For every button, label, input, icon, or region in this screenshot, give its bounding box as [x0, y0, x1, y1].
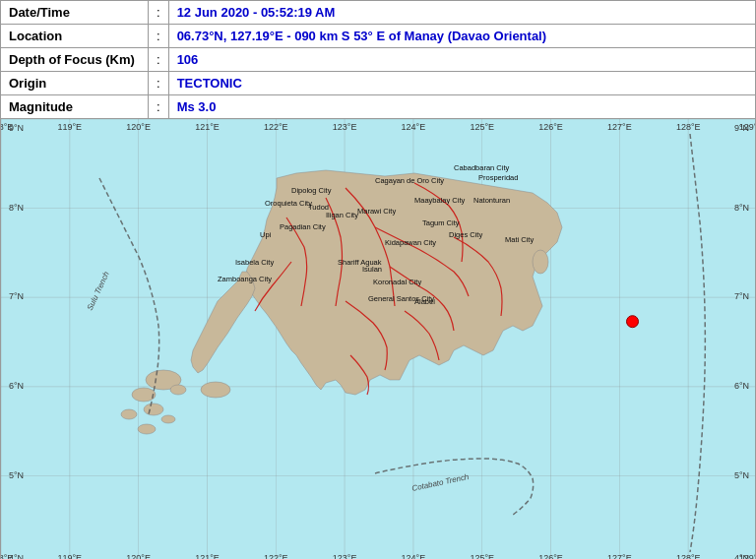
svg-text:124°E: 124°E: [402, 122, 426, 132]
svg-text:Cagayan de Oro City: Cagayan de Oro City: [375, 176, 444, 185]
svg-text:126°E: 126°E: [538, 122, 563, 132]
svg-text:122°E: 122°E: [264, 122, 288, 132]
datetime-value: 12 Jun 2020 - 05:52:19 AM: [168, 1, 755, 25]
svg-text:Isulan: Isulan: [362, 265, 382, 274]
origin-value: TECTONIC: [168, 72, 755, 95]
svg-text:128°E: 128°E: [676, 122, 701, 132]
svg-text:Koronadal City: Koronadal City: [373, 278, 421, 286]
svg-text:6°N: 6°N: [9, 381, 24, 391]
datetime-colon: :: [149, 1, 169, 25]
svg-text:123°E: 123°E: [333, 553, 357, 559]
depth-row: Depth of Focus (Km) : 106: [1, 48, 756, 72]
svg-text:120°E: 120°E: [126, 553, 151, 559]
svg-text:124°E: 124°E: [402, 553, 426, 559]
svg-point-62: [161, 415, 175, 423]
svg-text:8°N: 8°N: [9, 203, 24, 213]
map-container: 118°E 119°E 120°E 121°E 122°E 123°E 124°…: [0, 119, 756, 559]
svg-text:Pagadian City: Pagadian City: [280, 222, 326, 231]
magnitude-row: Magnitude : Ms 3.0: [1, 95, 756, 119]
svg-text:Diges City: Diges City: [449, 230, 482, 239]
svg-text:Natonturan: Natonturan: [473, 196, 510, 205]
epicenter-dot: [627, 316, 639, 328]
svg-text:Tagum City: Tagum City: [422, 218, 460, 227]
svg-point-60: [144, 404, 163, 415]
svg-text:Dipolog City: Dipolog City: [291, 186, 332, 195]
svg-text:Cabadbaran City: Cabadbaran City: [454, 163, 510, 172]
svg-text:6°N: 6°N: [734, 381, 749, 391]
svg-point-61: [121, 409, 137, 419]
depth-colon: :: [149, 48, 169, 72]
svg-text:Maaybalay City: Maaybalay City: [414, 196, 466, 205]
datetime-row: Date/Time : 12 Jun 2020 - 05:52:19 AM: [1, 1, 756, 25]
svg-point-58: [132, 388, 156, 402]
svg-text:Zamboanga City: Zamboanga City: [218, 275, 272, 283]
origin-colon: :: [149, 72, 169, 95]
magnitude-label: Magnitude: [1, 95, 149, 119]
svg-text:Prosperidad: Prosperidad: [478, 173, 518, 182]
svg-text:120°E: 120°E: [126, 122, 151, 132]
origin-row: Origin : TECTONIC: [1, 72, 756, 95]
svg-text:126°E: 126°E: [538, 553, 563, 559]
datetime-label: Date/Time: [1, 1, 149, 25]
svg-text:127°E: 127°E: [607, 122, 632, 132]
svg-text:8°N: 8°N: [734, 203, 749, 213]
svg-text:119°E: 119°E: [57, 553, 82, 559]
svg-text:Kidapawan City: Kidapawan City: [385, 238, 436, 247]
location-colon: :: [149, 25, 169, 48]
svg-text:123°E: 123°E: [333, 122, 357, 132]
magnitude-colon: :: [149, 95, 169, 119]
svg-text:121°E: 121°E: [195, 122, 220, 132]
svg-text:Iligan City: Iligan City: [326, 211, 358, 219]
svg-point-65: [533, 250, 548, 274]
svg-text:125°E: 125°E: [470, 122, 494, 132]
svg-text:5°N: 5°N: [9, 470, 24, 480]
map-svg: 118°E 119°E 120°E 121°E 122°E 123°E 124°…: [1, 119, 756, 559]
svg-point-59: [170, 385, 186, 395]
magnitude-value: Ms 3.0: [168, 95, 755, 119]
svg-text:127°E: 127°E: [607, 553, 632, 559]
svg-text:119°E: 119°E: [57, 122, 82, 132]
svg-text:121°E: 121°E: [195, 553, 220, 559]
svg-text:Mati City: Mati City: [505, 235, 534, 244]
svg-text:Marawi City: Marawi City: [357, 207, 396, 216]
location-label: Location: [1, 25, 149, 48]
depth-label: Depth of Focus (Km): [1, 48, 149, 72]
svg-text:Alabel: Alabel: [414, 297, 435, 306]
info-table: Date/Time : 12 Jun 2020 - 05:52:19 AM Lo…: [0, 0, 756, 119]
svg-text:128°E: 128°E: [676, 553, 701, 559]
svg-text:125°E: 125°E: [470, 553, 494, 559]
svg-text:Upi: Upi: [260, 230, 272, 239]
location-value: 06.73°N, 127.19°E - 090 km S 53° E of Ma…: [168, 25, 755, 48]
svg-text:122°E: 122°E: [264, 553, 288, 559]
svg-point-64: [201, 382, 230, 398]
svg-text:9°N: 9°N: [734, 123, 749, 133]
svg-text:Isabela City: Isabela City: [235, 258, 274, 267]
depth-value: 106: [168, 48, 755, 72]
svg-point-63: [138, 424, 156, 434]
origin-label: Origin: [1, 72, 149, 95]
svg-text:9°N: 9°N: [9, 123, 24, 133]
svg-text:7°N: 7°N: [734, 291, 749, 301]
location-row: Location : 06.73°N, 127.19°E - 090 km S …: [1, 25, 756, 48]
svg-text:7°N: 7°N: [9, 291, 24, 301]
svg-text:Oroquieta City: Oroquieta City: [265, 199, 312, 208]
svg-text:4°N: 4°N: [734, 553, 749, 559]
svg-text:4°N: 4°N: [9, 553, 24, 559]
svg-text:5°N: 5°N: [734, 470, 749, 480]
